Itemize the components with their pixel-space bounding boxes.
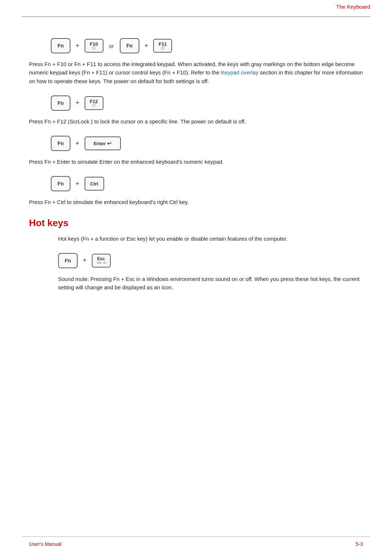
hot-keys-heading: Hot keys	[29, 217, 363, 229]
enter-arrow-icon: ↩	[107, 140, 111, 146]
key-row-fn-enter: Fn + Enter ↩	[51, 136, 363, 151]
key-fn-4: Fn	[51, 136, 70, 151]
paragraph-fn-f12: Press Fn + F12 (ScrLock ) to lock the cu…	[29, 117, 363, 126]
key-row-fn-esc: Fn + Esc ◄))/ ◄)	[58, 253, 363, 268]
hot-keys-intro: Hot keys (Fn + a function or Esc key) le…	[58, 234, 363, 243]
key-fn-3: Fn	[51, 95, 70, 111]
key-ctrl: Ctrl	[85, 177, 104, 191]
key-f12: F12 ▒▒	[85, 96, 103, 110]
key-esc: Esc ◄))/ ◄)	[92, 254, 111, 268]
key-fn-1: Fn	[51, 38, 70, 53]
key-row-fn-f10-f11: Fn + F10 ▒▒ or Fn + F11 ▒▒	[51, 38, 363, 53]
page-container: The Keyboard Fn + F10 ▒▒ or Fn + F11 ▒▒	[0, 0, 392, 555]
page-header: The Keyboard	[0, 0, 392, 10]
keypad-overlay-link[interactable]: Keypad overlay	[221, 69, 258, 76]
paragraph-fn-esc: Sound mute: Pressing Fn + Esc in a Windo…	[58, 275, 363, 292]
plus-sign-2: +	[144, 42, 148, 50]
paragraph-fn-f10-f11: Press Fn + F10 or Fn + F11 to access the…	[29, 60, 363, 85]
paragraph-fn-ctrl: Press Fn + Ctrl to simulate the enhanced…	[29, 198, 363, 206]
plus-sign-3: +	[75, 99, 79, 107]
footer-right-label: 5-3	[356, 541, 363, 547]
main-content: Fn + F10 ▒▒ or Fn + F11 ▒▒ Press Fn + F1…	[0, 17, 392, 317]
key-enter: Enter ↩	[85, 136, 121, 150]
key-fn-6: Fn	[58, 253, 78, 268]
key-f10: F10 ▒▒	[85, 39, 103, 53]
key-fn-5: Fn	[51, 176, 70, 191]
key-f11: F11 ▒▒	[153, 39, 172, 53]
key-fn-2: Fn	[120, 38, 139, 53]
paragraph-fn-enter: Press Fn + Enter to simulate Enter on th…	[29, 158, 363, 166]
key-row-fn-ctrl: Fn + Ctrl	[51, 176, 363, 191]
plus-sign-1: +	[75, 42, 79, 50]
plus-sign-4: +	[75, 140, 79, 147]
key-row-fn-f12: Fn + F12 ▒▒	[51, 95, 363, 111]
or-text: or	[109, 43, 114, 49]
hot-keys-indented-block: Hot keys (Fn + a function or Esc key) le…	[29, 234, 363, 292]
plus-sign-5: +	[75, 180, 79, 188]
footer-left-label: User's Manual	[29, 541, 61, 547]
plus-sign-6: +	[83, 257, 87, 264]
page-footer: User's Manual 5-3	[0, 541, 392, 547]
header-title: The Keyboard	[336, 4, 370, 10]
bottom-rule	[22, 536, 370, 537]
